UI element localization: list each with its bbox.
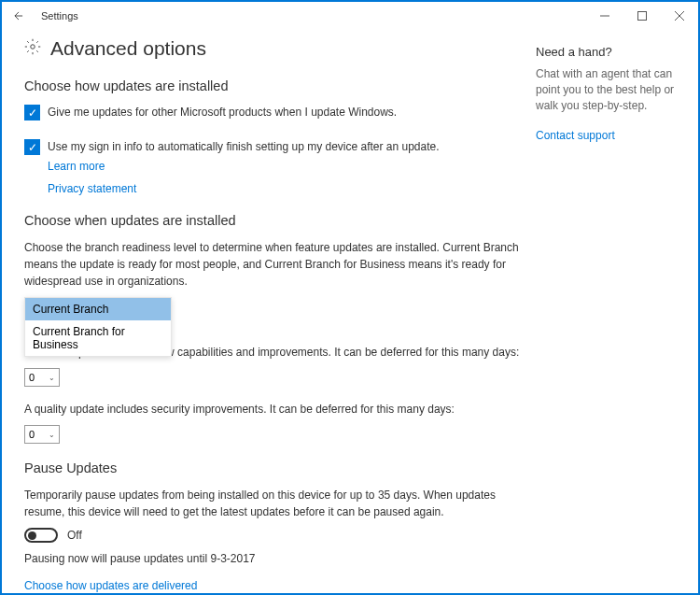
- check-icon: ✓: [28, 141, 37, 154]
- gear-icon: [24, 38, 41, 59]
- section-title: Choose how updates are installed: [24, 78, 526, 93]
- checkbox-label: Give me updates for other Microsoft prod…: [48, 105, 397, 120]
- section-pause-updates: Pause Updates Temporarily pause updates …: [24, 460, 526, 565]
- main-content: Advanced options Choose how updates are …: [24, 37, 526, 595]
- chevron-down-icon: ⌄: [49, 431, 55, 439]
- check-icon: ✓: [28, 106, 37, 120]
- contact-support-link[interactable]: Contact support: [536, 129, 615, 142]
- back-button[interactable]: [9, 7, 28, 25]
- checkbox-microsoft-products[interactable]: ✓: [24, 105, 40, 120]
- branch-option-business[interactable]: Current Branch for Business: [25, 320, 171, 356]
- quality-defer-description: A quality update includes security impro…: [24, 401, 526, 418]
- section-how-installed: Choose how updates are installed ✓ Give …: [24, 78, 526, 196]
- delivery-link[interactable]: Choose how updates are delivered: [24, 579, 197, 592]
- checkbox-label: Use my sign in info to automatically fin…: [48, 139, 440, 155]
- title-bar: Settings: [2, 2, 698, 30]
- section-when-installed: Choose when updates are installed Choose…: [24, 213, 526, 444]
- section-title: Choose when updates are installed: [24, 213, 526, 228]
- window-title: Settings: [41, 10, 78, 21]
- page-title: Advanced options: [50, 37, 206, 60]
- minimize-button[interactable]: [586, 3, 623, 29]
- pause-date-note: Pausing now will pause updates until 9-3…: [24, 552, 526, 565]
- feature-defer-select[interactable]: 0 ⌄: [24, 368, 60, 387]
- svg-rect-1: [638, 12, 647, 21]
- maximize-button[interactable]: [623, 3, 661, 29]
- quality-defer-select[interactable]: 0 ⌄: [24, 425, 60, 444]
- pause-description: Temporarily pause updates from being ins…: [24, 487, 526, 520]
- pause-toggle[interactable]: [24, 528, 58, 543]
- learn-more-link[interactable]: Learn more: [48, 160, 105, 173]
- branch-description: Choose the branch readiness level to det…: [24, 239, 526, 290]
- help-text: Chat with an agent that can point you to…: [536, 66, 676, 113]
- svg-point-4: [31, 45, 35, 50]
- privacy-statement-link[interactable]: Privacy statement: [48, 182, 136, 195]
- branch-option-current[interactable]: Current Branch: [25, 298, 171, 320]
- help-sidebar: Need a hand? Chat with an agent that can…: [526, 37, 676, 595]
- help-title: Need a hand?: [536, 45, 676, 59]
- checkbox-signin-info[interactable]: ✓: [24, 139, 40, 155]
- toggle-thumb: [28, 531, 36, 540]
- section-title: Pause Updates: [24, 460, 526, 475]
- select-value: 0: [29, 372, 49, 383]
- select-value: 0: [29, 429, 49, 440]
- close-button[interactable]: [661, 3, 698, 29]
- toggle-state-label: Off: [67, 529, 82, 542]
- branch-dropdown-menu: Current Branch Current Branch for Busine…: [24, 297, 172, 357]
- window-controls: [586, 3, 698, 29]
- chevron-down-icon: ⌄: [49, 374, 55, 382]
